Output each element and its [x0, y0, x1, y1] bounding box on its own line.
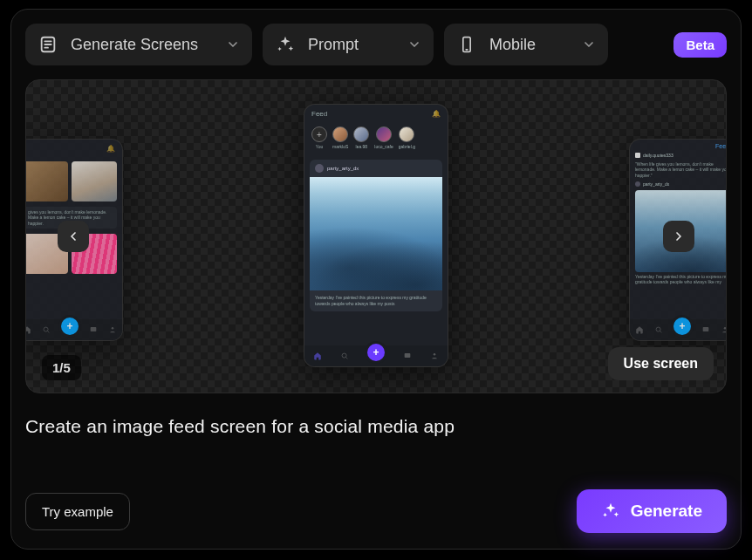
svg-point-13	[433, 353, 435, 356]
bottom-nav: +	[25, 319, 122, 340]
search-icon	[42, 325, 51, 334]
search-icon	[654, 325, 663, 334]
home-icon	[313, 352, 322, 360]
generate-screens-dropdown[interactable]: Generate Screens	[25, 24, 252, 65]
grid-image	[25, 161, 68, 201]
profile-icon	[108, 325, 117, 334]
preview-phone-center: Feed 🔔 +You markloS lea.98 loco_cafe gab…	[304, 105, 448, 366]
quote-text: "When life gives you lemons, don't make …	[630, 160, 727, 181]
device-dropdown[interactable]: Mobile	[444, 24, 608, 65]
svg-rect-8	[91, 327, 97, 331]
svg-line-15	[660, 331, 661, 332]
mobile-icon	[456, 34, 477, 55]
post-avatar	[315, 164, 324, 173]
feed-title: Feed	[311, 110, 327, 118]
prompt-label: Prompt	[308, 36, 395, 54]
quote-username: daily.quotes333	[643, 153, 673, 158]
bottom-nav: +	[630, 319, 727, 340]
svg-rect-12	[404, 353, 410, 358]
chevron-down-icon	[582, 38, 596, 51]
feed-title: Feed	[715, 143, 727, 149]
post-avatar	[635, 181, 640, 187]
prompt-dropdown[interactable]: Prompt	[263, 24, 434, 65]
svg-line-11	[346, 357, 348, 359]
story-avatar	[376, 126, 392, 142]
sparkles-icon	[275, 34, 296, 55]
generate-screens-label: Generate Screens	[71, 36, 214, 54]
generate-button-label: Generate	[631, 502, 702, 521]
chat-icon	[701, 325, 710, 334]
prev-screen-button[interactable]	[58, 221, 89, 252]
post-username: party_arty_dx	[327, 166, 359, 171]
story-avatar	[399, 126, 414, 142]
sparkles-icon	[601, 502, 620, 521]
screen-counter: 1/5	[42, 355, 81, 380]
main-panel: Generate Screens Prompt Mobile Beta	[10, 9, 742, 550]
use-screen-button[interactable]: Use screen	[608, 347, 714, 380]
chevron-down-icon	[407, 38, 421, 51]
story-avatar	[353, 126, 369, 142]
svg-point-9	[112, 327, 114, 330]
profile-icon	[430, 352, 439, 360]
chat-icon	[89, 325, 98, 334]
post-caption: Yesterday I've painted this picture to e…	[310, 290, 442, 311]
preview-canvas: 🔔 gives you lemons, don't make lemonade.…	[25, 79, 727, 393]
bell-icon: 🔔	[432, 110, 441, 118]
svg-point-10	[342, 353, 346, 358]
svg-point-17	[724, 327, 727, 330]
post-username: party_arty_dx	[643, 181, 669, 187]
add-post-fab: +	[61, 318, 79, 335]
add-post-fab: +	[673, 318, 691, 335]
chevron-down-icon	[226, 38, 240, 51]
search-icon	[340, 352, 349, 360]
bottom-nav: +	[304, 345, 448, 366]
home-icon	[635, 325, 644, 334]
actions-row: Try example Generate	[25, 489, 727, 533]
post-image	[310, 177, 442, 290]
svg-line-7	[47, 331, 49, 332]
stories-row: +You markloS lea.98 loco_cafe gabriel.g	[304, 123, 448, 156]
svg-point-14	[656, 327, 660, 331]
next-screen-button[interactable]	[663, 221, 694, 252]
generate-button[interactable]: Generate	[577, 489, 727, 533]
story-avatar	[332, 126, 348, 142]
topbar: Generate Screens Prompt Mobile Beta	[25, 24, 727, 65]
try-example-button[interactable]: Try example	[25, 493, 130, 530]
screens-icon	[38, 34, 58, 55]
prompt-text: Create an image feed screen for a social…	[25, 416, 727, 437]
chevron-right-icon	[672, 229, 686, 243]
feed-post: party_arty_dx Yesterday I've painted thi…	[310, 160, 442, 311]
svg-point-6	[44, 327, 48, 331]
add-story-icon: +	[311, 126, 327, 142]
device-label: Mobile	[489, 36, 570, 54]
profile-icon	[721, 325, 727, 334]
bell-icon: 🔔	[106, 145, 115, 153]
beta-badge: Beta	[673, 32, 727, 58]
svg-rect-16	[703, 327, 709, 331]
chevron-left-icon	[66, 229, 80, 243]
grid-image	[72, 161, 117, 201]
quote-avatar	[635, 153, 640, 158]
home-icon	[25, 325, 31, 334]
post-caption: Yesterday I've painted this picture to e…	[630, 272, 727, 289]
chat-icon	[403, 352, 412, 360]
add-post-fab: +	[367, 344, 385, 361]
